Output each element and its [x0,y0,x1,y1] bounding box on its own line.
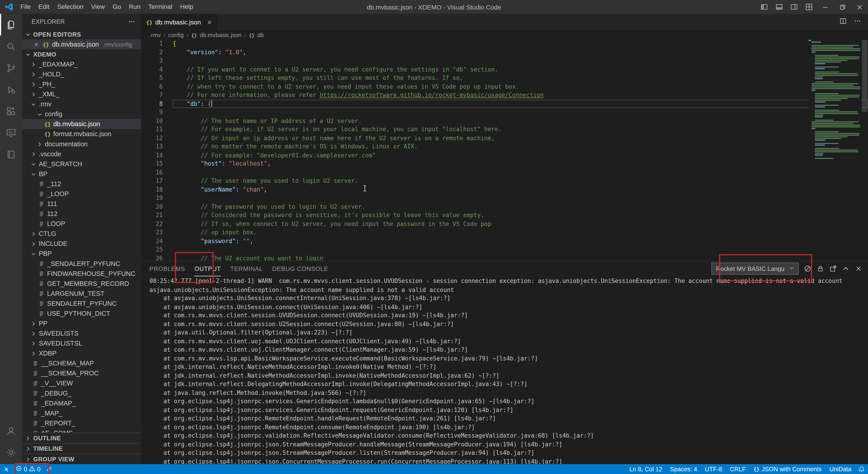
tree-item-xdbp[interactable]: XDBP [22,348,141,358]
code-line-13[interactable]: 13 // no matter the remote machine's OS … [141,142,868,151]
tree-item-bp[interactable]: BP [22,169,141,179]
open-in-editor-icon[interactable] [829,265,837,272]
lock-scroll-icon[interactable] [816,265,824,272]
minimize-button[interactable] [816,0,834,14]
tree-item-format-mvbasic-json[interactable]: {} format.mvbasic.json [22,129,141,139]
run-and-debug-icon[interactable] [0,79,22,100]
tree-item-v-view[interactable]: _V__VIEW [22,378,141,388]
remote-explorer-icon[interactable] [0,122,22,144]
tree-item-vscode[interactable]: .vscode [22,149,141,159]
settings-icon[interactable] [0,441,22,463]
tree-item-schema-map[interactable]: __SCHEMA_MAP [22,358,141,368]
layout-panel-icon[interactable] [772,0,786,14]
connection-status[interactable] [43,464,56,474]
code-line-5[interactable]: 5 // If left these settings empty, you s… [141,74,868,82]
scrollbar-thumb[interactable] [862,40,867,112]
menu-edit[interactable]: Edit [35,0,53,14]
tree-item-edaxmap[interactable]: _EDAXMAP_ [22,59,141,69]
tree-item-pp[interactable]: PP [22,318,141,328]
menu-view[interactable]: View [87,0,109,14]
tree-item-report[interactable]: _REPORT_ [22,418,141,428]
minimap[interactable] [809,39,862,261]
panel-tab-terminal[interactable]: TERMINAL [230,261,263,276]
menu-run[interactable]: Run [125,0,145,14]
remote-indicator[interactable] [0,464,13,474]
section-open-editors[interactable]: OPEN EDITORS [22,29,141,39]
tree-item-ph[interactable]: _PH_ [22,79,141,89]
code-line-2[interactable]: 2 "version": "1.0", [141,48,868,57]
status-ln-8-col-12[interactable]: Ln 8, Col 12 [629,466,662,472]
menu-go[interactable]: Go [109,0,125,14]
tree-item-sendalert-pyfunc[interactable]: SENDALERT_PYFUNC [22,298,141,308]
tree-item-documentation[interactable]: documentation [22,139,141,149]
breadcrumb-item-rmv[interactable]: .rmv [149,32,161,38]
open-editor-item[interactable]: {} db.mvbasic.json .rmv\config [22,39,141,49]
split-editor-icon[interactable] [839,17,847,27]
panel-tab-output[interactable]: OUTPUT [194,261,221,276]
tree-item-findwarehouse-pyfunc[interactable]: FINDWAREHOUSE_PYFUNC [22,269,141,278]
problems-status[interactable]: 0 0 [13,464,43,474]
code-line-6[interactable]: 6 // when try to connect to a U2 server,… [141,82,868,91]
breadcrumb[interactable]: .rmv›config›{} db.mvbasic.json›{} db [141,31,868,39]
tree-item-config[interactable]: config [22,109,141,119]
breadcrumb-item-db-mvbasic-json[interactable]: {} db.mvbasic.json [191,32,241,38]
tree-item-xml[interactable]: _XML_ [22,89,141,99]
tree-item-sendalert-pyfunc[interactable]: _SENDALERT_PYFUNC [22,259,141,269]
panel-tab-debug-console[interactable]: DEBUG CONSOLE [272,261,328,276]
code-line-23[interactable]: 23 // up input box. [141,228,868,237]
close-window-button[interactable] [851,0,868,14]
tree-item-include[interactable]: INCLUDE [22,239,141,249]
code-line-14[interactable]: 14 // For example: "developer01.dev.samp… [141,151,868,159]
menu-terminal[interactable]: Terminal [145,0,176,14]
tree-item-ae-scratch[interactable]: AE_SCRATCH [22,159,141,169]
code-line-17[interactable]: 17 // The user name you used to login U2… [141,177,868,185]
tree-item-ae-coms[interactable]: AE_COMS [22,428,141,433]
code-line-8[interactable]: 8 "db": { [141,99,868,108]
tree-item-loop[interactable]: _LOOP [22,189,141,199]
code-line-4[interactable]: 4 // If you want to connet to a U2 serve… [141,65,868,74]
code-line-12[interactable]: 12 // Or input an ip address or host nam… [141,134,868,142]
status-crlf[interactable]: CRLF [730,466,746,472]
menu-selection[interactable]: Selection [53,0,87,14]
accounts-icon[interactable] [0,420,22,441]
close-panel-icon[interactable] [855,265,862,272]
editor-scrollbar[interactable] [862,39,868,261]
tree-item-112[interactable]: 112 [22,209,141,219]
code-line-24[interactable]: 24 "password": "", [141,237,868,245]
code-line-20[interactable]: 20 // The password you used to login to … [141,202,868,211]
code-line-26[interactable]: 26 // The U2 account you want to login [141,254,868,261]
status-unidata[interactable]: UniData [829,466,851,472]
breadcrumb-item-db[interactable]: {} db [249,32,264,38]
source-control-icon[interactable] [0,57,22,79]
tree-item-loop[interactable]: LOOP [22,219,141,229]
tree-item-get-members-record[interactable]: GET_MEMBERS_RECORD [22,278,141,289]
tree-item-ctlg[interactable]: CTLG [22,229,141,239]
status-utf-8[interactable]: UTF-8 [705,466,722,472]
tree-item-schema-proc[interactable]: __SCHEMA_PROC [22,368,141,378]
code-line-18[interactable]: 18 "userName": "chan", [141,185,868,194]
code-line-10[interactable]: 10 // The host name or IP address of a U… [141,117,868,125]
restore-button[interactable] [834,0,851,14]
tree-item-savedlists[interactable]: SAVEDLISTS [22,328,141,338]
tree-item-111[interactable]: 111 [22,199,141,209]
close-icon[interactable] [33,41,39,47]
explorer-icon[interactable] [0,14,22,35]
breadcrumb-item-config[interactable]: config [168,32,184,38]
section-workspace[interactable]: XDEMO [22,49,141,59]
code-line-3[interactable]: 3 [141,57,868,65]
tree-item-hold[interactable]: _HOLD_ [22,69,141,79]
status-json-with-comments[interactable]: {}JSON with Comments [754,466,822,472]
code-line-15[interactable]: 15 "host": "localhost", [141,159,868,168]
layout-customize-icon[interactable] [802,0,816,14]
menu-help[interactable]: Help [176,0,197,14]
code-line-25[interactable]: 25 [141,245,868,254]
tree-item-use-python-dict[interactable]: USE_PYTHON_DICT [22,308,141,318]
section-outline[interactable]: OUTLINE [22,433,141,443]
tree-item-112[interactable]: _112 [22,179,141,189]
clear-output-icon[interactable] [804,265,811,272]
close-tab-icon[interactable] [206,19,213,25]
code-line-22[interactable]: 22 // If so, when connect to U2 server, … [141,219,868,228]
tree-item-largenum-test[interactable]: LARGENUM_TEST [22,289,141,298]
layout-sidebar-left-icon[interactable] [757,0,772,14]
book-icon[interactable] [0,143,22,165]
